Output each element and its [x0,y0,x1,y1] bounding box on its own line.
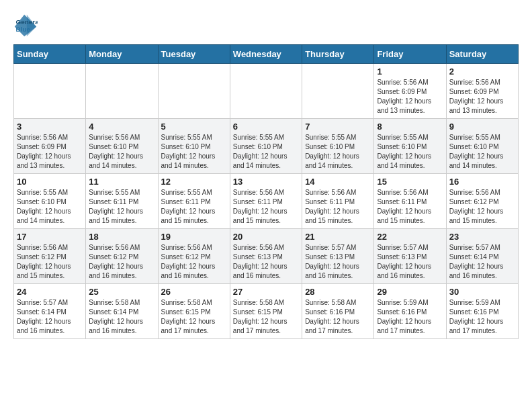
calendar-day-cell: 19Sunrise: 5:56 AM Sunset: 6:12 PM Dayli… [158,229,230,284]
day-info: Sunrise: 5:57 AM Sunset: 6:14 PM Dayligh… [17,298,83,336]
day-info: Sunrise: 5:56 AM Sunset: 6:11 PM Dayligh… [305,188,371,226]
calendar-day-cell: 24Sunrise: 5:57 AM Sunset: 6:14 PM Dayli… [14,284,86,339]
day-number: 24 [17,287,83,297]
day-info: Sunrise: 5:57 AM Sunset: 6:13 PM Dayligh… [377,243,443,281]
day-info: Sunrise: 5:56 AM Sunset: 6:09 PM Dayligh… [449,78,515,116]
day-number: 5 [161,122,227,132]
day-number: 21 [305,232,371,242]
day-number: 11 [89,177,154,187]
calendar-day-cell: 6Sunrise: 5:55 AM Sunset: 6:10 PM Daylig… [230,119,302,174]
day-of-week-header: Thursday [302,45,374,64]
day-number: 17 [17,232,83,242]
day-info: Sunrise: 5:55 AM Sunset: 6:10 PM Dayligh… [233,133,299,171]
calendar-day-cell [302,64,374,119]
calendar-day-cell: 20Sunrise: 5:56 AM Sunset: 6:13 PM Dayli… [230,229,302,284]
day-info: Sunrise: 5:55 AM Sunset: 6:10 PM Dayligh… [161,133,227,171]
calendar-day-cell: 7Sunrise: 5:55 AM Sunset: 6:10 PM Daylig… [302,119,374,174]
day-number: 4 [89,122,154,132]
day-number: 14 [305,177,371,187]
day-info: Sunrise: 5:59 AM Sunset: 6:16 PM Dayligh… [449,298,515,336]
day-number: 28 [305,287,371,297]
day-number: 18 [89,232,154,242]
calendar-day-cell: 25Sunrise: 5:58 AM Sunset: 6:14 PM Dayli… [86,284,158,339]
calendar-week-row: 3Sunrise: 5:56 AM Sunset: 6:09 PM Daylig… [14,119,519,174]
day-info: Sunrise: 5:58 AM Sunset: 6:14 PM Dayligh… [89,298,154,336]
day-of-week-header: Tuesday [158,45,230,64]
day-info: Sunrise: 5:56 AM Sunset: 6:09 PM Dayligh… [17,133,83,171]
day-number: 9 [449,122,515,132]
svg-text:General: General [16,18,38,26]
logo-icon: General Blue [13,13,38,38]
calendar-day-cell: 28Sunrise: 5:58 AM Sunset: 6:16 PM Dayli… [302,284,374,339]
day-number: 12 [161,177,227,187]
calendar-day-cell: 4Sunrise: 5:56 AM Sunset: 6:10 PM Daylig… [86,119,158,174]
calendar-day-cell: 29Sunrise: 5:59 AM Sunset: 6:16 PM Dayli… [374,284,446,339]
day-info: Sunrise: 5:55 AM Sunset: 6:10 PM Dayligh… [305,133,371,171]
calendar-day-cell: 22Sunrise: 5:57 AM Sunset: 6:13 PM Dayli… [374,229,446,284]
day-number: 13 [233,177,299,187]
day-info: Sunrise: 5:56 AM Sunset: 6:13 PM Dayligh… [233,243,299,281]
day-info: Sunrise: 5:59 AM Sunset: 6:16 PM Dayligh… [377,298,443,336]
day-info: Sunrise: 5:56 AM Sunset: 6:12 PM Dayligh… [17,243,83,281]
calendar-day-cell: 30Sunrise: 5:59 AM Sunset: 6:16 PM Dayli… [446,284,518,339]
day-of-week-header: Wednesday [230,45,302,64]
day-info: Sunrise: 5:57 AM Sunset: 6:13 PM Dayligh… [305,243,371,281]
day-number: 30 [449,287,515,297]
calendar-week-row: 1Sunrise: 5:56 AM Sunset: 6:09 PM Daylig… [14,64,519,119]
day-of-week-header: Sunday [14,45,86,64]
day-info: Sunrise: 5:56 AM Sunset: 6:11 PM Dayligh… [233,188,299,226]
calendar-day-cell: 13Sunrise: 5:56 AM Sunset: 6:11 PM Dayli… [230,174,302,229]
day-info: Sunrise: 5:55 AM Sunset: 6:10 PM Dayligh… [17,188,83,226]
day-number: 20 [233,232,299,242]
day-info: Sunrise: 5:58 AM Sunset: 6:15 PM Dayligh… [233,298,299,336]
day-info: Sunrise: 5:58 AM Sunset: 6:15 PM Dayligh… [161,298,227,336]
day-number: 6 [233,122,299,132]
day-info: Sunrise: 5:55 AM Sunset: 6:10 PM Dayligh… [449,133,515,171]
calendar-day-cell: 21Sunrise: 5:57 AM Sunset: 6:13 PM Dayli… [302,229,374,284]
calendar-day-cell: 10Sunrise: 5:55 AM Sunset: 6:10 PM Dayli… [14,174,86,229]
calendar-week-row: 17Sunrise: 5:56 AM Sunset: 6:12 PM Dayli… [14,229,519,284]
day-info: Sunrise: 5:56 AM Sunset: 6:11 PM Dayligh… [377,188,443,226]
svg-text:Blue: Blue [16,26,31,33]
day-number: 3 [17,122,83,132]
calendar-day-cell: 14Sunrise: 5:56 AM Sunset: 6:11 PM Dayli… [302,174,374,229]
calendar-day-cell: 11Sunrise: 5:55 AM Sunset: 6:11 PM Dayli… [86,174,158,229]
day-number: 8 [377,122,443,132]
calendar-day-cell [158,64,230,119]
day-number: 27 [233,287,299,297]
day-number: 16 [449,177,515,187]
calendar-table: SundayMondayTuesdayWednesdayThursdayFrid… [13,44,519,339]
day-number: 19 [161,232,227,242]
calendar-day-cell: 16Sunrise: 5:56 AM Sunset: 6:12 PM Dayli… [446,174,518,229]
day-info: Sunrise: 5:55 AM Sunset: 6:11 PM Dayligh… [89,188,154,226]
day-number: 22 [377,232,443,242]
day-info: Sunrise: 5:55 AM Sunset: 6:10 PM Dayligh… [377,133,443,171]
day-number: 1 [377,66,443,77]
calendar-day-cell [86,64,158,119]
day-number: 2 [449,66,515,77]
calendar-day-cell: 23Sunrise: 5:57 AM Sunset: 6:14 PM Dayli… [446,229,518,284]
calendar-day-cell [230,64,302,119]
calendar-day-cell: 15Sunrise: 5:56 AM Sunset: 6:11 PM Dayli… [374,174,446,229]
calendar-week-row: 24Sunrise: 5:57 AM Sunset: 6:14 PM Dayli… [14,284,519,339]
day-of-week-header: Saturday [446,45,518,64]
logo: General Blue [13,13,38,38]
day-number: 15 [377,177,443,187]
day-of-week-header: Monday [86,45,158,64]
day-info: Sunrise: 5:56 AM Sunset: 6:12 PM Dayligh… [161,243,227,281]
calendar-day-cell: 12Sunrise: 5:55 AM Sunset: 6:11 PM Dayli… [158,174,230,229]
calendar-day-cell: 27Sunrise: 5:58 AM Sunset: 6:15 PM Dayli… [230,284,302,339]
day-info: Sunrise: 5:58 AM Sunset: 6:16 PM Dayligh… [305,298,371,336]
calendar-day-cell: 8Sunrise: 5:55 AM Sunset: 6:10 PM Daylig… [374,119,446,174]
day-number: 10 [17,177,83,187]
calendar-day-cell [14,64,86,119]
calendar-header-row: SundayMondayTuesdayWednesdayThursdayFrid… [14,45,519,64]
day-number: 26 [161,287,227,297]
day-info: Sunrise: 5:56 AM Sunset: 6:12 PM Dayligh… [449,188,515,226]
day-number: 7 [305,122,371,132]
calendar-day-cell: 1Sunrise: 5:56 AM Sunset: 6:09 PM Daylig… [374,64,446,119]
calendar-day-cell: 2Sunrise: 5:56 AM Sunset: 6:09 PM Daylig… [446,64,518,119]
day-info: Sunrise: 5:56 AM Sunset: 6:10 PM Dayligh… [89,133,154,171]
day-info: Sunrise: 5:56 AM Sunset: 6:09 PM Dayligh… [377,78,443,116]
calendar-week-row: 10Sunrise: 5:55 AM Sunset: 6:10 PM Dayli… [14,174,519,229]
